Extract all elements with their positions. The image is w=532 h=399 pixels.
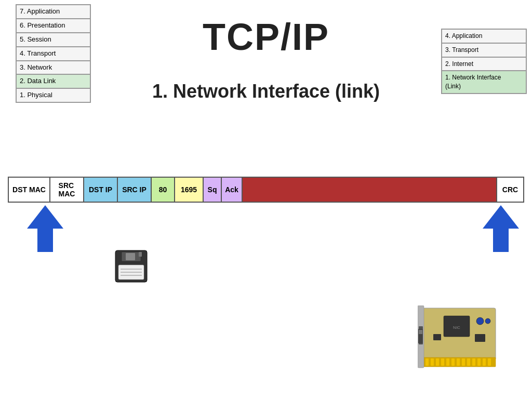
segment-data bbox=[243, 178, 497, 202]
segment-sq: Sq bbox=[204, 178, 222, 202]
segment-port-80: 80 bbox=[152, 178, 175, 202]
floppy-disk-icon bbox=[114, 249, 143, 278]
svg-rect-22 bbox=[477, 358, 481, 366]
tcpip-layer-4: 4. Application bbox=[442, 29, 526, 43]
svg-rect-15 bbox=[441, 358, 444, 366]
svg-rect-21 bbox=[472, 358, 475, 366]
segment-dst-ip: DST IP bbox=[84, 178, 118, 202]
osi-model-table: 7. Application 6. Presentation 5. Sessio… bbox=[16, 4, 91, 103]
osi-layer-3: 3. Network bbox=[16, 61, 90, 75]
tcpip-layer-1: 1. Network Interface(Link) bbox=[442, 71, 526, 94]
svg-point-32 bbox=[485, 318, 490, 324]
segment-src-mac: SRCMAC bbox=[50, 178, 84, 202]
svg-text:NIC: NIC bbox=[453, 325, 460, 330]
svg-rect-12 bbox=[425, 358, 429, 366]
osi-layer-6: 6. Presentation bbox=[16, 19, 90, 33]
packet-bar: DST MAC SRCMAC DST IP SRC IP 80 1695 Sq … bbox=[8, 177, 524, 203]
svg-rect-19 bbox=[462, 358, 465, 366]
tcpip-layer-3: 3. Transport bbox=[442, 43, 526, 57]
svg-rect-13 bbox=[431, 358, 434, 366]
segment-crc: CRC bbox=[497, 178, 523, 202]
svg-rect-17 bbox=[451, 358, 455, 366]
main-title: TCP/IP bbox=[203, 16, 329, 58]
segment-src-ip: SRC IP bbox=[118, 178, 152, 202]
osi-layer-5: 5. Session bbox=[16, 33, 90, 47]
svg-rect-34 bbox=[419, 330, 422, 334]
svg-rect-29 bbox=[475, 334, 485, 342]
svg-rect-16 bbox=[446, 358, 449, 366]
osi-layer-4: 4. Transport bbox=[16, 47, 90, 61]
svg-rect-24 bbox=[488, 358, 491, 366]
svg-rect-14 bbox=[436, 358, 439, 366]
segment-dst-mac: DST MAC bbox=[9, 178, 50, 202]
svg-marker-0 bbox=[27, 205, 63, 252]
svg-rect-30 bbox=[433, 334, 441, 340]
tcpip-layer-2: 2. Internet bbox=[442, 57, 526, 71]
right-arrow bbox=[483, 205, 519, 254]
svg-rect-23 bbox=[483, 358, 486, 366]
svg-marker-1 bbox=[483, 205, 519, 252]
svg-point-31 bbox=[476, 317, 484, 325]
tcpip-model-table: 4. Application 3. Transport 2. Internet … bbox=[441, 29, 527, 94]
nic-card-image: NIC bbox=[418, 305, 501, 383]
osi-layer-7: 7. Application bbox=[16, 5, 90, 19]
osi-layer-1: 1. Physical bbox=[16, 88, 90, 102]
svg-rect-18 bbox=[457, 358, 460, 366]
segment-ack: Ack bbox=[222, 178, 243, 202]
svg-rect-8 bbox=[126, 253, 135, 260]
subtitle: 1. Network Interface (link) bbox=[152, 81, 380, 102]
segment-seq-1695: 1695 bbox=[175, 178, 204, 202]
osi-layer-2: 2. Data Link bbox=[16, 74, 90, 88]
svg-rect-20 bbox=[467, 358, 470, 366]
left-arrow bbox=[27, 205, 63, 254]
svg-rect-9 bbox=[139, 252, 142, 257]
